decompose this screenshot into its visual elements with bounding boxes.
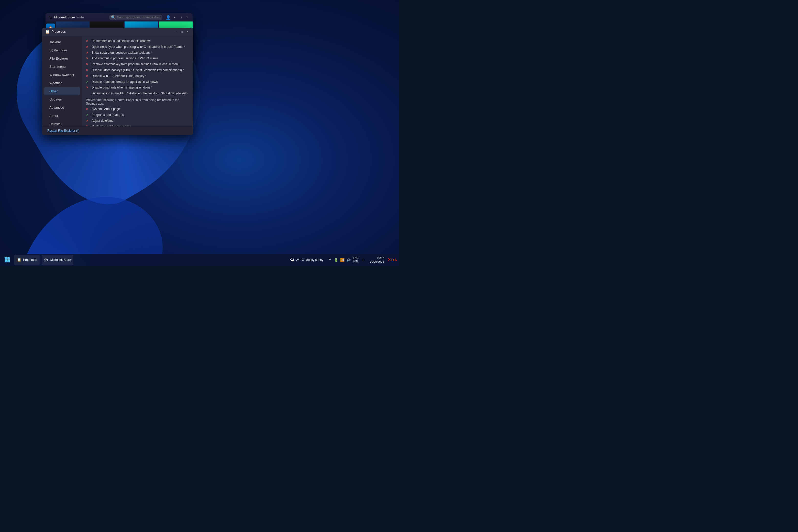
ms-store-minimize-button[interactable]: − — [172, 15, 177, 20]
ms-store-search-bar[interactable]: 🔍 — [109, 15, 163, 20]
tray-battery-icon[interactable]: 🔋 — [334, 257, 339, 262]
setting-programs-features-text: Programs and Features — [92, 113, 124, 117]
setting-winx-shortcut-text: Add shortcut to program settings in Win+… — [92, 56, 157, 61]
properties-taskbar-label: Properties — [23, 258, 37, 262]
taskbar-app-msstore[interactable]: 🛍 Microsoft Store — [42, 255, 74, 265]
setting-x-icon-7: ✕ — [86, 74, 90, 78]
setting-programs-features[interactable]: ✓ Programs and Features — [86, 113, 189, 117]
setting-winx-remove-text: Remove shortcut key from program setting… — [92, 62, 179, 66]
setting-adjust-datetime[interactable]: ✕ Adjust date/time — [86, 119, 189, 123]
ms-store-title: Microsoft Store — [54, 16, 75, 19]
setting-x-icon-4: ✕ — [86, 57, 90, 60]
nav-item-window-switcher[interactable]: Window switcher — [44, 71, 80, 79]
taskbar-right: 🌤 24 °C Mostly sunny ^ 🔋 📶 🔊 ENG INTL ⚙ … — [288, 256, 397, 264]
setting-x-icon-3: ✕ — [86, 51, 90, 55]
properties-body: Taskbar System tray File Explorer Start … — [42, 36, 193, 126]
search-icon: 🔍 — [111, 15, 116, 20]
nav-item-advanced[interactable]: Advanced — [44, 103, 80, 112]
setting-x-icon: ✕ — [86, 39, 90, 43]
nav-item-about[interactable]: About — [44, 112, 80, 120]
xda-x-letter: X — [388, 258, 391, 262]
properties-close-button[interactable]: ✕ — [185, 29, 190, 34]
language-label: ENG — [353, 256, 359, 260]
setting-rounded-corners-text: Disable rounded corners for application … — [92, 80, 157, 84]
properties-footer: Restart File Explorer (*) — [42, 126, 193, 135]
nav-item-start-menu[interactable]: Start menu — [44, 63, 80, 71]
setting-winx-shortcut[interactable]: ✕ Add shortcut to program settings in Wi… — [86, 56, 189, 61]
taskbar-app-properties[interactable]: 📋 Properties — [14, 255, 40, 265]
ms-store-app-icon: 🛍 — [49, 15, 52, 19]
setting-clock-flyout[interactable]: ✕ Open clock flyout when pressing Win+C … — [86, 45, 189, 49]
xda-d-letter: D — [391, 258, 394, 262]
setting-check-icon-2: ✓ — [86, 113, 90, 117]
nav-item-taskbar[interactable]: Taskbar — [44, 38, 80, 46]
ms-store-badge: Insider — [76, 16, 84, 19]
weather-temp: 24 °C — [296, 258, 304, 262]
setting-winf-hotkey[interactable]: ✕ Disable Win+F (Feedback Hub) hotkey * — [86, 74, 189, 78]
properties-app-icon: 📋 — [45, 30, 50, 34]
setting-office-hotkeys-text: Disable Office hotkeys (Ctrl+Alt+Shift+W… — [92, 68, 184, 72]
region-label: INTL — [353, 260, 359, 263]
setting-separators[interactable]: ✕ Show separators between taskbar toolba… — [86, 51, 189, 55]
properties-titlebar: 📋 Properties − □ ✕ — [42, 27, 193, 36]
section-header-control-panel: Prevent the following Control Panel link… — [86, 98, 189, 106]
taskbar-clock[interactable]: 10:57 10/05/2024 — [368, 256, 386, 264]
setting-x-icon-5: ✕ — [86, 62, 90, 66]
setting-quadrants-text: Disable quadrants when snapping windows … — [92, 86, 152, 90]
ms-store-search-input[interactable] — [117, 16, 160, 19]
setting-altf4-default: Default action in the Alt+F4 dialog on t… — [86, 91, 189, 96]
settings-gear-icon[interactable]: ⚙ — [361, 257, 366, 262]
setting-quadrants[interactable]: ✕ Disable quadrants when snapping window… — [86, 86, 189, 90]
nav-item-updates[interactable]: Updates — [44, 95, 80, 103]
tray-volume-icon[interactable]: 🔊 — [346, 257, 351, 262]
weather-condition: Mostly sunny — [305, 258, 323, 262]
properties-minimize-button[interactable]: − — [174, 29, 179, 34]
properties-maximize-button[interactable]: □ — [179, 29, 185, 34]
ms-store-avatar[interactable]: 👤 — [165, 15, 172, 20]
clock-date: 10/05/2024 — [370, 260, 384, 264]
taskbar: 📋 Properties 🛍 Microsoft Store 🌤 24 °C M… — [0, 254, 399, 266]
weather-icon: 🌤 — [290, 257, 294, 263]
tray-chevron-icon[interactable]: ^ — [327, 257, 332, 262]
setting-office-hotkeys[interactable]: ✕ Disable Office hotkeys (Ctrl+Alt+Shift… — [86, 68, 189, 72]
properties-content: ✕ Remember last used section in this win… — [82, 36, 193, 126]
setting-check-icon: ✓ — [86, 80, 90, 84]
setting-separators-text: Show separators between taskbar toolbars… — [92, 51, 152, 55]
msstore-taskbar-label: Microsoft Store — [51, 258, 71, 262]
setting-x-icon-8: ✕ — [86, 86, 90, 90]
restart-file-explorer-link[interactable]: Restart File Explorer (*) — [47, 129, 79, 132]
msstore-taskbar-icon: 🛍 — [44, 258, 49, 262]
windows-logo-icon — [5, 257, 10, 262]
setting-x-icon-6: ✕ — [86, 68, 90, 72]
setting-altf4-text: Default action in the Alt+F4 dialog on t… — [92, 91, 188, 96]
nav-item-file-explorer[interactable]: File Explorer — [44, 55, 80, 62]
nav-item-weather[interactable]: Weather — [44, 79, 80, 87]
clock-time: 10:57 — [377, 256, 384, 260]
setting-about-page[interactable]: ✕ System / About page — [86, 107, 189, 111]
setting-clock-flyout-text: Open clock flyout when pressing Win+C in… — [92, 45, 185, 49]
nav-item-uninstall[interactable]: Uninstall — [44, 120, 80, 126]
xda-badge: X D A — [388, 258, 397, 262]
setting-remember-section[interactable]: ✕ Remember last used section in this win… — [86, 39, 189, 43]
nav-item-other[interactable]: Other — [44, 87, 80, 95]
taskbar-left: 📋 Properties 🛍 Microsoft Store — [2, 255, 73, 265]
taskbar-weather[interactable]: 🌤 24 °C Mostly sunny — [288, 256, 325, 264]
properties-window-controls: − □ ✕ — [174, 29, 190, 34]
language-region[interactable]: ENG INTL — [353, 256, 359, 263]
setting-remember-section-text: Remember last used section in this windo… — [92, 39, 150, 43]
nav-item-system-tray[interactable]: System tray — [44, 46, 80, 54]
ms-store-window-controls: − □ ✕ — [172, 15, 190, 20]
start-button[interactable] — [2, 255, 12, 265]
ms-store-title-group: Microsoft Store Insider — [54, 16, 104, 19]
setting-winx-remove[interactable]: ✕ Remove shortcut key from program setti… — [86, 62, 189, 66]
ms-store-close-button[interactable]: ✕ — [185, 15, 190, 20]
setting-rounded-corners[interactable]: ✓ Disable rounded corners for applicatio… — [86, 80, 189, 84]
tray-network-icon[interactable]: 📶 — [340, 257, 345, 262]
setting-x-icon-9: ✕ — [86, 107, 90, 111]
setting-adjust-datetime-text: Adjust date/time — [92, 119, 114, 123]
xda-a-letter: A — [394, 258, 397, 262]
ms-store-maximize-button[interactable]: □ — [178, 15, 184, 20]
setting-x-icon-2: ✕ — [86, 45, 90, 49]
setting-about-page-text: System / About page — [92, 107, 120, 111]
setting-winf-hotkey-text: Disable Win+F (Feedback Hub) hotkey * — [92, 74, 146, 78]
